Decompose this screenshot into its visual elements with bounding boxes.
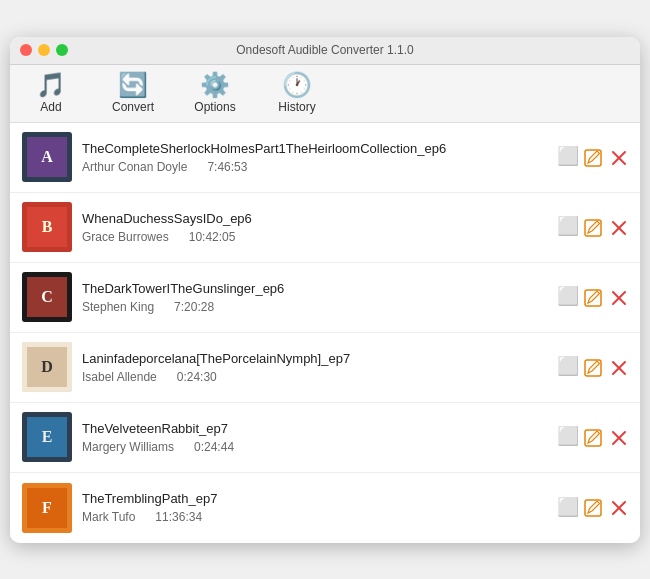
window-title: Ondesoft Audible Converter 1.1.0 — [236, 43, 413, 57]
table-row: A TheCompleteSherlockHolmesPart1TheHeirl… — [10, 123, 640, 193]
book-cover: D — [22, 342, 72, 392]
options-label: Options — [194, 100, 235, 114]
main-window: Ondesoft Audible Converter 1.1.0 🎵 Add 🔄… — [10, 37, 640, 543]
table-row: B WhenaDuchessSaysIDo_ep6 Grace Burrowes… — [10, 193, 640, 263]
book-author: Stephen King — [82, 300, 154, 314]
book-info: TheDarkTowerITheGunslinger_ep6 Stephen K… — [82, 281, 547, 314]
delete-button[interactable] — [610, 498, 628, 517]
book-duration: 0:24:44 — [194, 440, 234, 454]
book-duration: 10:42:05 — [189, 230, 236, 244]
convert-icon: 🔄 — [118, 73, 148, 97]
book-cover: E — [22, 412, 72, 462]
book-info: Laninfadeporcelana[ThePorcelainNymph]_ep… — [82, 351, 547, 384]
table-row: D Laninfadeporcelana[ThePorcelainNymph]_… — [10, 333, 640, 403]
book-duration: 7:46:53 — [207, 160, 247, 174]
edit-button[interactable]: ⬜ — [557, 287, 602, 306]
book-duration: 7:20:28 — [174, 300, 214, 314]
history-icon: 🕐 — [282, 73, 312, 97]
book-actions: ⬜ — [557, 357, 628, 376]
book-author: Grace Burrowes — [82, 230, 169, 244]
edit-button[interactable]: ⬜ — [557, 217, 602, 236]
book-meta: Margery Williams 0:24:44 — [82, 440, 547, 454]
edit-button[interactable]: ⬜ — [557, 427, 602, 446]
traffic-lights — [20, 44, 68, 56]
book-title: TheTremblingPath_ep7 — [82, 491, 547, 506]
book-title: TheDarkTowerITheGunslinger_ep6 — [82, 281, 547, 296]
delete-button[interactable] — [610, 287, 628, 306]
book-cover: A — [22, 132, 72, 182]
book-actions: ⬜ — [557, 287, 628, 306]
svg-text:A: A — [41, 148, 53, 165]
toolbar: 🎵 Add 🔄 Convert ⚙️ Options 🕐 History — [10, 65, 640, 123]
book-cover: B — [22, 202, 72, 252]
svg-text:C: C — [41, 288, 53, 305]
add-label: Add — [40, 100, 61, 114]
book-actions: ⬜ — [557, 147, 628, 166]
book-title: Laninfadeporcelana[ThePorcelainNymph]_ep… — [82, 351, 547, 366]
minimize-button[interactable] — [38, 44, 50, 56]
book-title: TheVelveteenRabbit_ep7 — [82, 421, 547, 436]
book-actions: ⬜ — [557, 217, 628, 236]
book-author: Isabel Allende — [82, 370, 157, 384]
book-info: TheTremblingPath_ep7 Mark Tufo 11:36:34 — [82, 491, 547, 524]
book-info: TheCompleteSherlockHolmesPart1TheHeirloo… — [82, 141, 547, 174]
book-actions: ⬜ — [557, 427, 628, 446]
svg-text:F: F — [42, 499, 52, 516]
svg-text:B: B — [42, 218, 53, 235]
book-title: TheCompleteSherlockHolmesPart1TheHeirloo… — [82, 141, 547, 156]
book-meta: Mark Tufo 11:36:34 — [82, 510, 547, 524]
close-button[interactable] — [20, 44, 32, 56]
add-icon: 🎵 — [36, 73, 66, 97]
book-info: WhenaDuchessSaysIDo_ep6 Grace Burrowes 1… — [82, 211, 547, 244]
toolbar-item-add[interactable]: 🎵 Add — [26, 73, 76, 114]
table-row: C TheDarkTowerITheGunslinger_ep6 Stephen… — [10, 263, 640, 333]
edit-button[interactable]: ⬜ — [557, 498, 602, 517]
edit-button[interactable]: ⬜ — [557, 357, 602, 376]
book-cover: C — [22, 272, 72, 322]
book-duration: 0:24:30 — [177, 370, 217, 384]
book-cover: F — [22, 483, 72, 533]
options-icon: ⚙️ — [200, 73, 230, 97]
toolbar-item-history[interactable]: 🕐 History — [272, 73, 322, 114]
book-author: Mark Tufo — [82, 510, 135, 524]
book-list: A TheCompleteSherlockHolmesPart1TheHeirl… — [10, 123, 640, 543]
book-duration: 11:36:34 — [155, 510, 202, 524]
book-info: TheVelveteenRabbit_ep7 Margery Williams … — [82, 421, 547, 454]
book-actions: ⬜ — [557, 498, 628, 517]
book-meta: Grace Burrowes 10:42:05 — [82, 230, 547, 244]
delete-button[interactable] — [610, 217, 628, 236]
svg-text:E: E — [42, 428, 53, 445]
delete-button[interactable] — [610, 147, 628, 166]
edit-button[interactable]: ⬜ — [557, 147, 602, 166]
book-meta: Isabel Allende 0:24:30 — [82, 370, 547, 384]
convert-label: Convert — [112, 100, 154, 114]
book-author: Arthur Conan Doyle — [82, 160, 187, 174]
book-meta: Stephen King 7:20:28 — [82, 300, 547, 314]
svg-text:D: D — [41, 358, 53, 375]
delete-button[interactable] — [610, 357, 628, 376]
maximize-button[interactable] — [56, 44, 68, 56]
delete-button[interactable] — [610, 427, 628, 446]
table-row: E TheVelveteenRabbit_ep7 Margery William… — [10, 403, 640, 473]
toolbar-item-convert[interactable]: 🔄 Convert — [108, 73, 158, 114]
table-row: F TheTremblingPath_ep7 Mark Tufo 11:36:3… — [10, 473, 640, 543]
book-title: WhenaDuchessSaysIDo_ep6 — [82, 211, 547, 226]
history-label: History — [278, 100, 315, 114]
toolbar-item-options[interactable]: ⚙️ Options — [190, 73, 240, 114]
book-meta: Arthur Conan Doyle 7:46:53 — [82, 160, 547, 174]
title-bar: Ondesoft Audible Converter 1.1.0 — [10, 37, 640, 65]
book-author: Margery Williams — [82, 440, 174, 454]
